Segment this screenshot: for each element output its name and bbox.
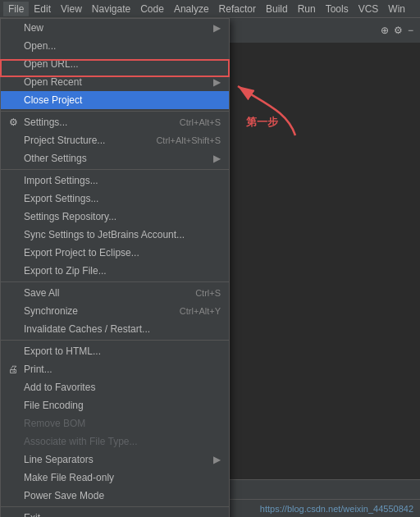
menu-item-export-zip[interactable]: Export to Zip File... xyxy=(1,262,229,280)
menu-divider-4 xyxy=(1,340,229,341)
menu-item-export-settings[interactable]: Export Settings... xyxy=(1,190,229,208)
menubar-file[interactable]: File xyxy=(3,2,29,16)
toolbar-icons: ⊕ ⚙ − xyxy=(381,25,413,36)
submenu-arrow: ▶ xyxy=(213,22,221,34)
menu-item-power-save[interactable]: Power Save Mode xyxy=(1,487,229,505)
menu-item-settings[interactable]: ⚙ Settings... Ctrl+Alt+S xyxy=(1,113,229,131)
menubar: File Edit View Navigate Code Analyze Ref… xyxy=(0,0,420,18)
menu-item-sync-settings[interactable]: Sync Settings to JetBrains Account... xyxy=(1,226,229,244)
annotation-text: 第一步 xyxy=(246,115,278,130)
menubar-tools[interactable]: Tools xyxy=(321,2,354,16)
menu-item-export-eclipse[interactable]: Export Project to Eclipse... xyxy=(1,244,229,262)
settings-icon[interactable]: ⚙ xyxy=(394,25,403,36)
print-icon: 🖨 xyxy=(6,364,21,375)
menubar-build[interactable]: Build xyxy=(261,2,293,16)
file-menu-dropdown: New ▶ Open... Open URL... Open Recent ▶ … xyxy=(0,18,230,517)
menu-divider-2 xyxy=(1,169,229,170)
menu-item-synchronize[interactable]: Synchronize Ctrl+Alt+Y xyxy=(1,302,229,320)
menubar-view[interactable]: View xyxy=(56,2,87,16)
menu-item-line-separators[interactable]: Line Separators ▶ xyxy=(1,451,229,469)
statusbar-url: https://blog.csdn.net/weixin_44550842 xyxy=(260,504,413,514)
submenu-arrow: ▶ xyxy=(213,153,221,164)
menu-item-open-recent[interactable]: Open Recent ▶ xyxy=(1,73,229,91)
menubar-code[interactable]: Code xyxy=(135,2,169,16)
menubar-win[interactable]: Win xyxy=(383,2,410,16)
menu-item-other-settings[interactable]: Other Settings ▶ xyxy=(1,149,229,167)
menu-item-export-html[interactable]: Export to HTML... xyxy=(1,342,229,360)
menu-item-open[interactable]: Open... xyxy=(1,37,229,55)
menu-item-open-url[interactable]: Open URL... xyxy=(1,55,229,73)
menu-item-print[interactable]: 🖨 Print... xyxy=(1,360,229,378)
menu-item-invalidate-caches[interactable]: Invalidate Caches / Restart... xyxy=(1,320,229,338)
menu-item-save-all[interactable]: Save All Ctrl+S xyxy=(1,284,229,302)
menu-item-settings-repo[interactable]: Settings Repository... xyxy=(1,208,229,226)
menu-item-import-settings[interactable]: Import Settings... xyxy=(1,172,229,190)
menubar-edit[interactable]: Edit xyxy=(29,2,56,16)
submenu-arrow: ▶ xyxy=(213,76,221,88)
menu-item-close-project[interactable]: Close Project xyxy=(1,91,229,109)
menu-divider-5 xyxy=(1,506,229,507)
menu-item-exit[interactable]: Exit xyxy=(1,509,229,517)
menubar-refactor[interactable]: Refactor xyxy=(214,2,261,16)
menu-item-project-structure[interactable]: Project Structure... Ctrl+Alt+Shift+S xyxy=(1,131,229,149)
settings-menu-icon: ⚙ xyxy=(6,117,21,128)
annotation-arrow xyxy=(221,78,320,144)
menu-divider-3 xyxy=(1,281,229,282)
menu-item-make-readonly[interactable]: Make File Read-only xyxy=(1,469,229,487)
menubar-run[interactable]: Run xyxy=(293,2,321,16)
submenu-arrow: ▶ xyxy=(213,454,221,465)
menu-item-remove-bom: Remove BOM xyxy=(1,414,229,432)
sync-icon[interactable]: ⊕ xyxy=(381,25,389,36)
minimize-icon[interactable]: − xyxy=(408,25,413,36)
menubar-analyze[interactable]: Analyze xyxy=(169,2,214,16)
menu-item-file-encoding[interactable]: File Encoding xyxy=(1,396,229,414)
menu-item-new[interactable]: New ▶ xyxy=(1,19,229,37)
menubar-navigate[interactable]: Navigate xyxy=(87,2,135,16)
menubar-vcs[interactable]: VCS xyxy=(354,2,384,16)
menu-divider-1 xyxy=(1,111,229,112)
menu-item-associate-file-type: Associate with File Type... xyxy=(1,432,229,451)
menu-item-add-favorites[interactable]: Add to Favorites xyxy=(1,378,229,396)
